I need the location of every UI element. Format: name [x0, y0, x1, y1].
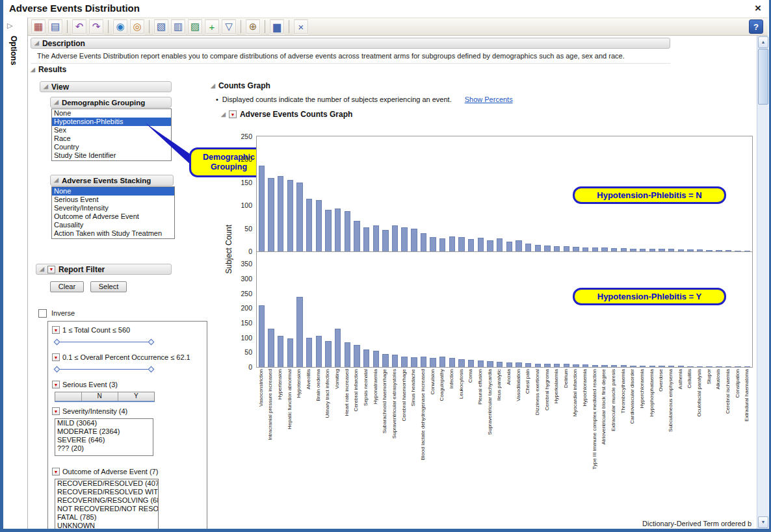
x-axis-title[interactable]: Dictionary-Derived Term ordered b	[256, 520, 751, 527]
bar[interactable]	[411, 357, 417, 367]
demographic-grouping-header[interactable]: ◢ Demographic Grouping	[50, 97, 172, 108]
slider-track[interactable]	[57, 369, 151, 370]
bar[interactable]	[392, 225, 398, 251]
close-icon[interactable]: ×	[755, 2, 761, 15]
bar[interactable]	[335, 209, 341, 251]
bar[interactable]	[325, 341, 331, 367]
list-item[interactable]: Outcome of Adverse Event	[52, 212, 174, 221]
bar[interactable]	[506, 362, 512, 367]
bar[interactable]	[487, 361, 493, 367]
bar[interactable]	[649, 366, 655, 367]
bar[interactable]	[458, 359, 464, 367]
bar[interactable]	[640, 366, 646, 367]
adverse-events-stacking-header[interactable]: ◢ Adverse Events Stacking	[50, 175, 174, 186]
bar[interactable]	[621, 248, 627, 251]
list-item[interactable]: UNKNOWN	[55, 522, 158, 529]
bar[interactable]	[573, 247, 579, 251]
bar[interactable]	[401, 357, 407, 367]
disclosure-icon[interactable]: ◢	[40, 266, 44, 272]
bar[interactable]	[439, 357, 445, 367]
list-item[interactable]: MILD (3064)	[55, 419, 153, 427]
bar[interactable]	[668, 249, 674, 251]
bar[interactable]	[259, 166, 265, 251]
options-tab[interactable]: Options	[9, 36, 18, 65]
bar[interactable]	[287, 180, 293, 251]
disclosure-icon[interactable]: ◢	[34, 40, 39, 46]
bar[interactable]	[535, 364, 541, 367]
bar[interactable]	[725, 366, 731, 367]
list-item[interactable]: Severity/Intensity	[52, 204, 174, 212]
bar[interactable]	[668, 366, 674, 367]
bar[interactable]	[363, 349, 369, 367]
scroll-up-icon[interactable]: ▲	[758, 36, 768, 48]
bar[interactable]	[525, 363, 531, 367]
bar[interactable]	[687, 366, 693, 367]
bar[interactable]	[621, 365, 627, 367]
list-item[interactable]: Causality	[52, 221, 174, 229]
bar[interactable]	[582, 247, 588, 251]
bar[interactable]	[306, 199, 312, 251]
view-header[interactable]: ◢ View	[40, 81, 172, 92]
bar[interactable]	[630, 249, 636, 251]
list-item[interactable]: Serious Event	[52, 196, 174, 204]
bar[interactable]	[411, 229, 417, 251]
bar[interactable]	[430, 358, 436, 367]
bar[interactable]	[345, 211, 350, 251]
bar[interactable]	[697, 366, 703, 367]
description-header[interactable]: ◢ Description	[31, 38, 670, 49]
bar[interactable]	[439, 238, 445, 251]
bar[interactable]	[535, 245, 541, 251]
red-triangle-icon[interactable]: ▼	[52, 326, 60, 334]
bar[interactable]	[554, 364, 560, 367]
journal-icon[interactable]: ▤	[47, 19, 63, 34]
segment-N[interactable]: N	[82, 392, 118, 401]
red-triangle-icon[interactable]: ▼	[229, 110, 237, 118]
bar[interactable]	[630, 366, 636, 367]
bar[interactable]	[716, 366, 722, 367]
bar[interactable]	[678, 249, 684, 251]
bar[interactable]	[564, 364, 569, 367]
outcome-list[interactable]: RECOVERED/RESOLVED (4074RECOVERED/RESOLV…	[55, 479, 159, 529]
bar[interactable]	[706, 366, 712, 367]
bar[interactable]	[287, 338, 293, 367]
clear-button[interactable]: Clear	[50, 281, 84, 292]
list-item[interactable]: Action Taken with Study Treatmen	[52, 229, 174, 238]
bar[interactable]	[744, 251, 750, 251]
red-triangle-icon[interactable]: ▼	[52, 407, 60, 415]
bar[interactable]	[468, 239, 474, 251]
list-item[interactable]: RECOVERED/RESOLVED WITH	[55, 488, 158, 496]
preview-icon[interactable]: ◎	[129, 19, 145, 34]
bar[interactable]	[725, 250, 731, 251]
bar[interactable]	[421, 233, 426, 251]
scrollbar-thumb[interactable]	[758, 49, 768, 105]
slider-max-handle[interactable]	[148, 339, 155, 346]
expand-options-icon[interactable]: ▷	[7, 21, 12, 30]
data-table-icon[interactable]: ▥	[170, 19, 186, 34]
web-report-icon[interactable]: ◉	[112, 19, 128, 34]
bar[interactable]	[659, 249, 664, 251]
bar[interactable]	[735, 366, 740, 367]
bar[interactable]	[449, 236, 455, 251]
bar[interactable]	[525, 244, 531, 251]
bar[interactable]	[582, 364, 588, 367]
bar[interactable]	[487, 240, 493, 251]
inverse-checkbox[interactable]	[38, 309, 47, 318]
bar[interactable]	[497, 362, 503, 367]
bar[interactable]	[449, 358, 455, 367]
red-triangle-icon[interactable]: ▼	[52, 468, 60, 475]
bar[interactable]	[611, 365, 617, 367]
bar[interactable]	[278, 336, 283, 367]
bar[interactable]	[458, 237, 464, 251]
counts-graph-header[interactable]: ◢ Counts Graph	[211, 81, 270, 90]
bar[interactable]	[354, 345, 359, 367]
y-axis-title[interactable]: Subject Count	[224, 225, 233, 273]
search-table-icon[interactable]: ▧	[153, 19, 169, 34]
bar[interactable]	[706, 250, 712, 251]
bar[interactable]	[592, 365, 598, 367]
add-table-icon[interactable]: +	[204, 19, 220, 34]
bar[interactable]	[316, 336, 322, 367]
report-filter-header[interactable]: ◢ ▼ Report Filter	[36, 264, 172, 275]
edit-table-icon[interactable]: ▨	[187, 19, 203, 34]
help-icon[interactable]: ?	[749, 19, 763, 34]
bar[interactable]	[363, 227, 369, 251]
